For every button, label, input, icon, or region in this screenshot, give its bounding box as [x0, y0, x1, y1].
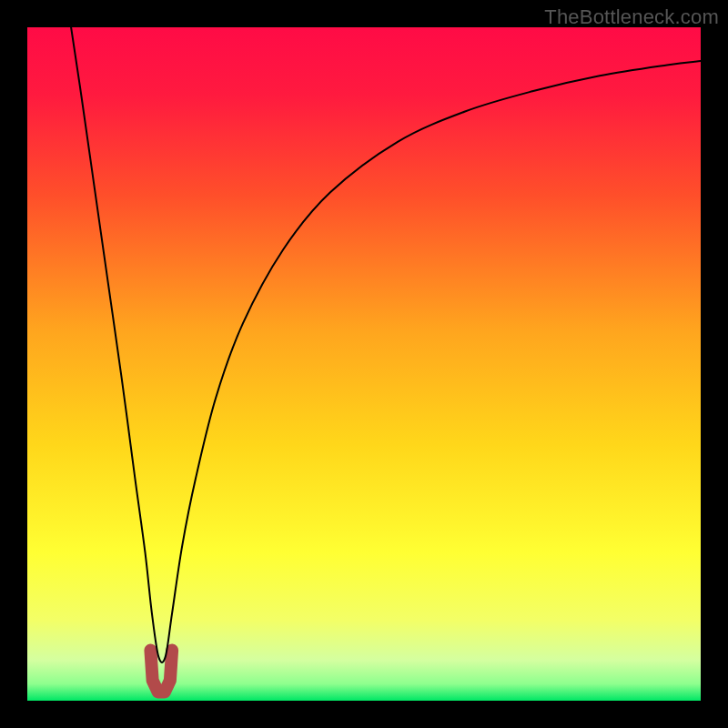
gradient-background [27, 27, 701, 701]
chart-frame: TheBottleneck.com [0, 0, 728, 728]
watermark-text: TheBottleneck.com [544, 5, 719, 29]
chart-svg [27, 27, 701, 701]
plot-area [27, 27, 701, 701]
